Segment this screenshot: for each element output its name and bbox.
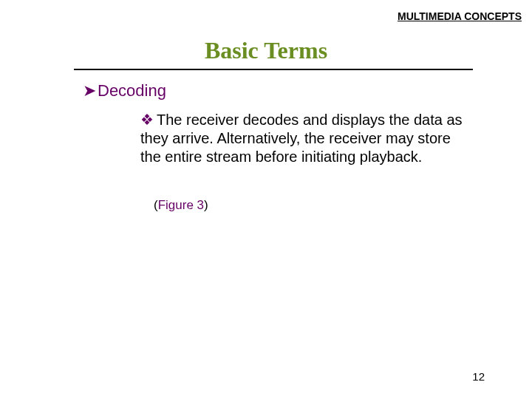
figure-reference-row: (Figure 3)	[154, 198, 208, 213]
bullet-level2: ❖The receiver decodes and displays the d…	[140, 111, 466, 166]
header-label: MULTIMEDIA CONCEPTS	[398, 10, 522, 22]
level2-text: The receiver decodes and displays the da…	[140, 112, 463, 165]
level1-text: Decoding	[98, 81, 166, 100]
paren-close: )	[204, 198, 208, 212]
figure-reference: Figure 3	[158, 198, 204, 212]
arrow-bullet-icon: ➤	[83, 81, 96, 100]
title-underline	[74, 69, 473, 70]
bullet-level1: ➤Decoding	[83, 81, 166, 100]
diamond-bullet-icon: ❖	[140, 112, 154, 128]
page-number: 12	[472, 370, 485, 383]
page-title: Basic Terms	[0, 37, 532, 64]
